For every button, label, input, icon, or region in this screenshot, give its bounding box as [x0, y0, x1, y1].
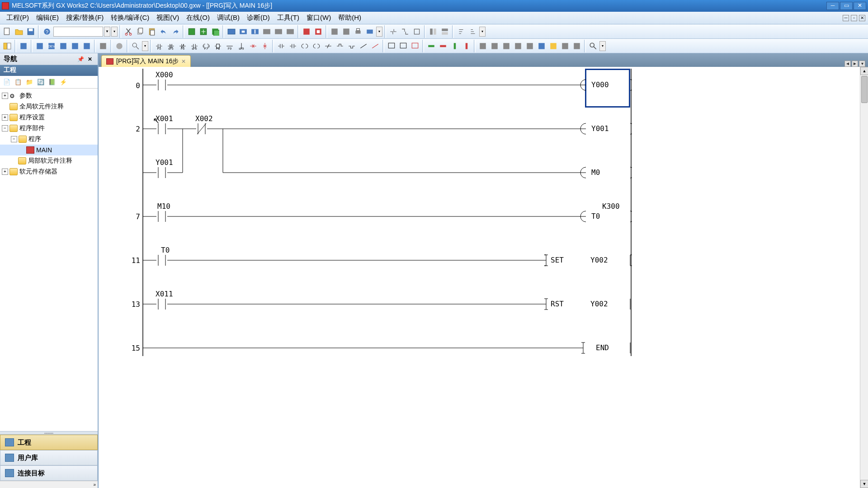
redo-button[interactable] — [170, 26, 181, 37]
sfc-view-button[interactable] — [58, 41, 69, 52]
open-button[interactable] — [14, 26, 24, 37]
edit-btn6[interactable] — [536, 41, 547, 52]
menu-edit[interactable]: 编辑(E) — [33, 13, 62, 23]
undo-button[interactable] — [158, 26, 169, 37]
ins-col-button[interactable] — [449, 41, 460, 52]
monitor-stop-button[interactable] — [238, 26, 249, 37]
nav-more-icon[interactable]: » — [93, 482, 96, 487]
menu-search[interactable]: 搜索/替换(F) — [62, 13, 107, 23]
tree-toggle-icon[interactable]: + — [2, 114, 8, 121]
zoom-button[interactable] — [588, 41, 599, 52]
line-erase-button[interactable] — [370, 41, 381, 52]
ladder-view-button[interactable] — [34, 41, 45, 52]
contact-rise-button[interactable]: sF5 — [165, 41, 176, 52]
menu-window[interactable]: 窗口(W) — [303, 13, 335, 23]
project-tree[interactable]: + 参数 全局软元件注释 + 程序设置 − 程序部件 − — [0, 89, 98, 431]
device-combo-arrow[interactable]: ▼ — [104, 27, 110, 37]
remote-run-button[interactable] — [301, 26, 312, 37]
scroll-up-icon[interactable]: ▲ — [860, 67, 868, 75]
menu-tool[interactable]: 工具(T) — [274, 13, 303, 23]
nav-tb-btn5[interactable]: 📗 — [47, 77, 57, 87]
menu-convert[interactable]: 转换/编译(C) — [107, 13, 153, 23]
menu-view[interactable]: 视图(V) — [153, 13, 183, 23]
hline-button[interactable]: F9 — [224, 41, 235, 52]
menu-online[interactable]: 在线(O) — [183, 13, 213, 23]
vline-button[interactable]: sF9 — [236, 41, 247, 52]
nav-tb-expand[interactable]: 📋 — [13, 77, 23, 87]
edit-btn9[interactable] — [571, 41, 582, 52]
menu-debug[interactable]: 调试(B) — [213, 13, 243, 23]
device-combo[interactable] — [53, 27, 103, 37]
line-draw-button[interactable] — [358, 41, 369, 52]
compile-button[interactable] — [329, 26, 340, 37]
fb-button[interactable] — [18, 41, 29, 52]
tree-prog-parts[interactable]: − 程序部件 — [0, 123, 98, 134]
coil-button[interactable]: F7 — [201, 41, 212, 52]
vertical-scrollbar[interactable]: ▲ ▼ — [860, 67, 868, 488]
del-row-button[interactable] — [438, 41, 448, 52]
help-button[interactable]: ? — [42, 26, 52, 37]
compile-all-button[interactable] — [341, 26, 352, 37]
close-button[interactable]: ✕ — [854, 2, 866, 10]
nav-tab-userlib[interactable]: 用户库 — [0, 450, 98, 465]
layout2-button[interactable] — [439, 26, 450, 37]
toolbar2-overflow[interactable]: ▾ — [142, 41, 148, 51]
new-button[interactable] — [2, 26, 13, 37]
pulse-p-button[interactable] — [335, 41, 345, 52]
tree-local-comment[interactable]: 局部软元件注释 — [0, 155, 98, 166]
zoom1-button[interactable] — [388, 26, 399, 37]
del-col-button[interactable] — [461, 41, 472, 52]
contact-nc-button[interactable]: F6 — [177, 41, 188, 52]
tab-prev-icon[interactable]: ◄ — [844, 61, 851, 67]
layout1-button[interactable] — [428, 26, 439, 37]
scroll-down-icon[interactable]: ▼ — [860, 480, 868, 488]
f10-button[interactable] — [386, 41, 397, 52]
toolbar1-overflow[interactable]: ▾ — [111, 27, 118, 37]
tree-params[interactable]: + 参数 — [0, 90, 98, 101]
nav-toggle-button[interactable] — [2, 41, 13, 52]
monitor-btn5[interactable] — [273, 26, 284, 37]
menu-diagnose[interactable]: 诊断(D) — [243, 13, 274, 23]
note-button[interactable] — [114, 41, 125, 52]
list-view-button[interactable]: DEV — [46, 41, 57, 52]
zoom2-button[interactable] — [400, 26, 410, 37]
zoom3-button[interactable] — [411, 26, 422, 37]
del-hline-button[interactable] — [248, 41, 259, 52]
coil-set-button[interactable] — [299, 41, 310, 52]
edit-btn5[interactable] — [524, 41, 535, 52]
remote-stop-button[interactable] — [313, 26, 324, 37]
print-button[interactable] — [353, 26, 363, 37]
menu-help[interactable]: 帮助(H) — [335, 13, 365, 23]
copy-button[interactable] — [135, 26, 146, 37]
edit-btn4[interactable] — [513, 41, 524, 52]
tree-program[interactable]: − 程序 — [0, 134, 98, 145]
pulse-f-button[interactable] — [346, 41, 357, 52]
st-view-button[interactable] — [70, 41, 80, 52]
maximize-button[interactable]: ▭ — [840, 2, 853, 10]
toolbar2-overflow2[interactable]: ▾ — [599, 41, 606, 51]
ladder-editor[interactable]: 0 2 7 11 13 15 X000 X001 X002 Y001 M10 T… — [99, 67, 868, 488]
write-plc-button[interactable] — [186, 26, 197, 37]
tab-next-icon[interactable]: ► — [852, 61, 858, 67]
contact-f-button[interactable] — [288, 41, 298, 52]
doc-tab-main[interactable]: [PRG]写入 MAIN 16步 ✕ — [101, 55, 191, 67]
read-plc-button[interactable] — [198, 26, 209, 37]
contact-p-button[interactable] — [276, 41, 287, 52]
ins-row-button[interactable] — [426, 41, 437, 52]
tree-main[interactable]: MAIN — [0, 145, 98, 155]
child-minimize-button[interactable]: ─ — [843, 15, 849, 21]
nav-close-icon[interactable]: ✕ — [86, 56, 94, 62]
verify-button[interactable] — [210, 26, 221, 37]
toolbar1-overflow3[interactable]: ▾ — [479, 27, 486, 37]
tab-dropdown-icon[interactable]: ▾ — [859, 61, 865, 67]
sort-desc-button[interactable] — [467, 26, 478, 37]
sort-asc-button[interactable] — [456, 26, 467, 37]
nav-tb-btn6[interactable]: ⚡ — [58, 77, 68, 87]
simulate-button[interactable] — [364, 26, 375, 37]
nav-pin-icon[interactable]: 📌 — [75, 56, 86, 62]
monitor-write-button[interactable] — [250, 26, 260, 37]
tree-toggle-icon[interactable]: + — [2, 93, 8, 99]
doc-tab-close-icon[interactable]: ✕ — [181, 58, 186, 65]
nav-tb-btn4[interactable]: 🔄 — [36, 77, 46, 87]
minimize-button[interactable]: ─ — [826, 2, 839, 10]
